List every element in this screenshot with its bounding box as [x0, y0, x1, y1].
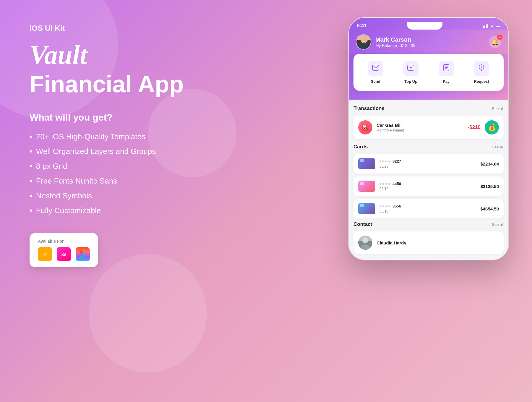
transaction-item: ⛽ Car Gas Bill Monthly Payment -$210 💰	[353, 116, 504, 139]
dot	[382, 205, 384, 207]
notch	[407, 22, 442, 30]
feature-item: Free Fonts Nunito Sans	[30, 176, 213, 186]
dot	[385, 161, 387, 162]
action-topup[interactable]: Top Up	[395, 61, 427, 84]
dot	[382, 161, 384, 162]
tool-icons-row: Xd	[38, 247, 90, 261]
send-icon-bg	[368, 61, 383, 76]
card-number-row-2: 4456	[379, 181, 476, 186]
request-label: Request	[474, 79, 489, 84]
quick-actions-grid: Send Top Up	[359, 61, 498, 84]
card-expiry-1: 03/23	[379, 164, 476, 168]
card-item-3[interactable]: 3556 03/10 $4654.50	[353, 199, 504, 218]
send-icon	[372, 64, 379, 73]
card-thumbnail-1	[358, 158, 375, 169]
notification-badge: 4	[497, 35, 502, 40]
dot	[382, 183, 384, 185]
app-title: Financial App	[30, 71, 213, 97]
contacts-see-all[interactable]: See all	[492, 222, 504, 227]
contact-item-1[interactable]: Claudia Hardy	[353, 231, 504, 254]
send-label: Send	[371, 79, 380, 84]
dot	[385, 183, 387, 185]
svg-rect-9	[444, 64, 449, 71]
svg-rect-3	[83, 250, 85, 253]
card-thumbnail-3	[358, 203, 375, 214]
feature-item: 70+ iOS High-Quality Templates	[30, 132, 213, 141]
card-last4-2: 4456	[392, 181, 401, 186]
card-item-2[interactable]: 4456 03/12 $3135.50	[353, 176, 504, 196]
transaction-amount: -$210	[468, 124, 481, 130]
request-icon-bg	[474, 61, 489, 76]
card-number-row-3: 3556	[379, 204, 476, 208]
quick-actions-card: Send Top Up	[353, 54, 504, 91]
card-balance-2: $3135.50	[480, 184, 499, 189]
status-bar: 9:41 ▲ ▬	[349, 18, 508, 30]
action-request[interactable]: Request	[466, 61, 498, 84]
dot	[379, 161, 381, 162]
svg-rect-2	[80, 250, 83, 253]
user-info: Mark Carson My Balance : $13,239	[356, 34, 415, 50]
dot	[379, 183, 381, 185]
contact-name-1: Claudia Hardy	[377, 240, 406, 245]
svg-point-10	[481, 67, 482, 68]
status-time: 9:41	[357, 23, 366, 28]
status-icons: ▲ ▬	[483, 23, 500, 28]
left-panel: IOS UI Kit Vault Financial App What will…	[30, 24, 213, 267]
transactions-section-header: Transactions See all	[353, 106, 504, 111]
topup-icon-bg	[403, 61, 419, 76]
card-number-row-1: 8227	[379, 159, 476, 163]
card-details-2: 4456 03/12	[379, 181, 476, 191]
transaction-name: Car Gas Bill	[377, 123, 464, 128]
card-item-1[interactable]: 8227 03/23 $2234.64	[353, 154, 504, 174]
dot	[379, 205, 381, 207]
contacts-title: Contact	[353, 221, 372, 227]
dot	[385, 205, 387, 207]
ios-label: IOS UI Kit	[30, 24, 213, 33]
transactions-see-all[interactable]: See all	[492, 106, 504, 111]
card-last4-1: 8227	[392, 159, 401, 163]
svg-rect-5	[80, 255, 83, 258]
pay-icon-bg	[439, 61, 454, 76]
phone-frame: 9:41 ▲ ▬	[349, 18, 508, 260]
feature-item: Fully Customizable	[30, 206, 213, 215]
notification-button[interactable]: 🔔 4	[489, 36, 501, 48]
svg-rect-4	[80, 253, 83, 256]
card-expiry-2: 03/12	[379, 187, 476, 191]
card-balance-1: $2234.64	[480, 161, 499, 166]
adobe-xd-icon: Xd	[57, 247, 71, 261]
user-name: Mark Carson	[375, 36, 415, 43]
user-balance: My Balance : $13,239	[375, 43, 415, 48]
card-last4-3: 3556	[392, 204, 401, 208]
cards-see-all[interactable]: See all	[492, 145, 504, 149]
avatar	[356, 34, 371, 50]
sketch-icon	[38, 247, 52, 261]
pay-icon	[442, 64, 450, 73]
card-details-3: 3556 03/10	[379, 204, 476, 213]
battery-icon: ▬	[496, 23, 500, 28]
dot	[388, 183, 390, 185]
dot	[388, 205, 390, 207]
action-send[interactable]: Send	[359, 61, 392, 84]
transaction-extra-icon: 💰	[485, 120, 499, 134]
gas-icon: ⛽	[361, 124, 369, 131]
feature-item: Well Organized Layers and Groups	[30, 147, 213, 156]
available-badge: Available For Xd	[30, 233, 98, 267]
transaction-subtitle: Monthly Payment	[377, 128, 464, 132]
svg-point-6	[83, 253, 85, 256]
contact-avatar-1	[358, 236, 372, 250]
header-top: Mark Carson My Balance : $13,239 🔔 4	[356, 34, 501, 50]
contacts-section-header: Contact See all	[353, 221, 504, 227]
signal-icon	[483, 24, 488, 28]
available-for-label: Available For	[38, 239, 90, 244]
figma-icon	[76, 247, 90, 261]
action-pay[interactable]: Pay	[430, 61, 463, 84]
feature-item: 8 px Grid	[30, 161, 213, 171]
pay-label: Pay	[443, 79, 450, 84]
background-blob-2	[89, 254, 207, 372]
dot	[388, 161, 390, 162]
transaction-icon: ⛽	[358, 120, 372, 134]
phone-body: Transactions See all ⛽ Car Gas Bill Mont…	[349, 100, 508, 260]
card-thumbnail-2	[358, 181, 375, 192]
what-will-label: What will you get?	[30, 112, 213, 123]
bell-icon: 🔔	[492, 38, 499, 46]
